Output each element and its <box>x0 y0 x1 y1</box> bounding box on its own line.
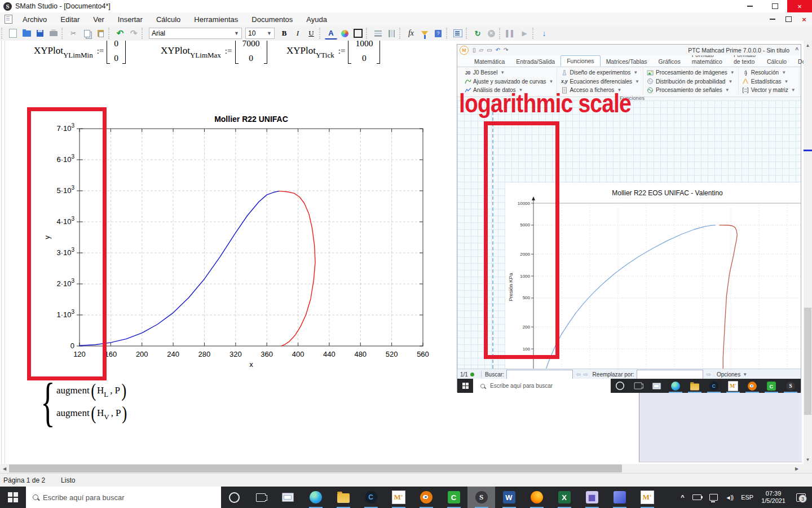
doc-minimize-button[interactable] <box>765 12 780 26</box>
definition-YLimMax[interactable]: XYPlotYLimMax:=70000 <box>161 41 267 65</box>
find-input[interactable] <box>506 370 573 379</box>
taskbar-app-cinema4d[interactable]: C <box>357 487 385 508</box>
maximize-button[interactable] <box>762 0 787 12</box>
replace-input[interactable] <box>637 370 703 379</box>
menu-ver[interactable]: Ver <box>86 14 111 25</box>
font-size-select[interactable]: 10▼ <box>245 28 275 39</box>
mathcad-new-icon[interactable]: ▯ <box>473 47 476 53</box>
ribbon-item-resoluci-n[interactable]: ∶}Resolución▼ <box>742 68 796 77</box>
mathcad-undo-icon[interactable]: ↶ <box>496 47 500 53</box>
network-icon[interactable] <box>709 494 718 501</box>
scroll-right-icon[interactable]: ▶ <box>792 464 801 473</box>
find-prev-icon[interactable]: ⇦ <box>576 371 581 378</box>
mathcad-tab-gr-ficos[interactable]: Gráficos <box>653 56 686 67</box>
save-icon[interactable] <box>34 28 46 39</box>
doc-restore-button[interactable] <box>780 12 796 26</box>
align-horizontal-icon[interactable] <box>372 28 384 39</box>
menu-herramientas[interactable]: Herramientas <box>187 14 245 25</box>
ribbon-item-vector-y-matriz[interactable]: Vector y matriz▼ <box>742 86 796 94</box>
taskbar-search-box[interactable]: Escribe aquí para buscar <box>26 487 221 508</box>
pause-icon[interactable]: ▌▌ <box>505 28 517 39</box>
redo-icon[interactable]: ↷ <box>127 28 140 39</box>
taskbar-app-firefox[interactable] <box>523 487 550 508</box>
print-icon[interactable] <box>47 28 60 39</box>
taskbar-app-camtasia[interactable]: C <box>440 487 467 508</box>
battery-icon[interactable] <box>692 494 701 500</box>
underline-button[interactable]: U <box>305 28 317 39</box>
taskbar-app-excel[interactable]: X <box>550 487 578 508</box>
palette-icon[interactable] <box>338 28 351 39</box>
menu-ayuda[interactable]: Ayuda <box>299 14 334 25</box>
menu-archivo[interactable]: Archivo <box>16 14 54 25</box>
italic-button[interactable]: I <box>292 28 304 39</box>
list-icon[interactable] <box>452 28 464 39</box>
cut-icon[interactable]: ✂ <box>67 28 80 39</box>
menu-cálculo[interactable]: Cálculo <box>149 14 187 25</box>
mathcad-tab-c-lculo[interactable]: Cálculo <box>761 56 792 67</box>
ribbon-item-estad-sticas[interactable]: Estadísticas▼ <box>742 77 796 86</box>
align-vertical-icon[interactable] <box>385 28 398 39</box>
menu-documentos[interactable]: Documentos <box>245 14 299 25</box>
menu-editar[interactable]: Editar <box>54 14 86 25</box>
mathcad-save-icon[interactable]: ▭ <box>487 47 492 53</box>
ribbon-item-procesamiento-de-im-genes[interactable]: Procesamiento de imágenes▼ <box>647 68 735 77</box>
augment-expressions[interactable]: { augment( HL , P) augment( HV , P) <box>35 378 129 426</box>
filter-icon[interactable] <box>418 28 431 39</box>
close-button[interactable]: × <box>787 0 812 12</box>
find-next-icon[interactable]: ⇨ <box>583 371 588 378</box>
taskbar-app-smath[interactable]: S <box>467 487 495 508</box>
definition-YTick[interactable]: XYPlotYTick:=10000 <box>286 41 380 65</box>
new-document-icon[interactable] <box>7 28 19 39</box>
undo-icon[interactable]: ↶ <box>114 28 126 39</box>
document-area[interactable]: XYPlotYLimMin:=00XYPlotYLimMax:=70000XYP… <box>0 41 804 464</box>
vertical-scrollbar[interactable]: ▲ ▼ <box>804 41 812 464</box>
options-menu[interactable]: Opciones <box>717 371 740 378</box>
replace-icon[interactable]: ⇨ <box>707 371 711 378</box>
step-icon[interactable]: ↓ <box>538 28 550 39</box>
ribbon-item-distribuci-n-de-probabilidad[interactable]: Distribución de probabilidad▼ <box>647 77 735 86</box>
horizontal-scrollbar[interactable]: ◀ ▶ <box>0 464 812 473</box>
font-color-button[interactable]: A <box>325 27 337 40</box>
task-view-button[interactable] <box>248 487 274 508</box>
stop-icon[interactable]: ✕ <box>485 28 497 39</box>
mathcad-tab-matem-tica[interactable]: Matemática <box>469 56 510 67</box>
recalculate-icon[interactable]: ↻ <box>471 28 484 39</box>
taskbar-app-file-explorer[interactable] <box>329 487 357 508</box>
scroll-left-icon[interactable]: ◀ <box>0 464 9 473</box>
doc-close-button[interactable]: × <box>796 12 812 26</box>
taskbar-app-fractal[interactable] <box>606 487 633 508</box>
collapse-ribbon-icon[interactable]: ^ <box>795 47 798 53</box>
mathcad-tab-entrada-salida[interactable]: Entrada/Salida <box>510 56 561 67</box>
mathcad-tab-funciones[interactable]: Funciones <box>561 55 600 67</box>
taskbar-app-mathcad-2[interactable]: M' <box>633 487 661 508</box>
taskbar-app-task-manager[interactable] <box>274 487 302 508</box>
font-family-select[interactable]: Arial▼ <box>149 28 242 39</box>
help-book-icon[interactable]: ? <box>432 28 444 39</box>
insert-function-button[interactable]: fx <box>405 28 417 39</box>
tray-chevron-icon[interactable]: ^ <box>681 494 684 501</box>
notification-center-icon[interactable]: 3 <box>793 490 808 505</box>
mathcad-tab-matrices-tablas[interactable]: Matrices/Tablas <box>601 56 653 67</box>
scroll-up-icon[interactable]: ▲ <box>804 41 812 50</box>
taskbar-app-archive[interactable]: ▦ <box>578 487 606 508</box>
horizontal-scroll-thumb[interactable] <box>9 465 622 472</box>
ribbon-item-ajuste-y-suavizado-de-curvas[interactable]: Ajuste y suavizado de curvas▼ <box>464 77 553 86</box>
bold-button[interactable]: B <box>278 28 290 39</box>
volume-icon[interactable]: ◄)) <box>726 494 734 501</box>
ribbon-item-procesamiento-de-se-ales[interactable]: Procesamiento de señales▼ <box>647 86 735 94</box>
clock[interactable]: 07:391/5/2021 <box>761 490 785 505</box>
start-button[interactable] <box>0 487 26 508</box>
scroll-down-icon[interactable]: ▼ <box>804 455 812 464</box>
mathcad-open-icon[interactable]: ▱ <box>479 47 484 53</box>
taskbar-app-edge[interactable] <box>302 487 329 508</box>
copy-icon[interactable] <box>81 28 93 39</box>
border-button[interactable] <box>352 28 364 39</box>
minimize-button[interactable] <box>738 0 762 12</box>
mathcad-redo-icon[interactable]: ↷ <box>504 47 508 53</box>
ribbon-item-j0-bessel[interactable]: J0J0 Bessel▼ <box>464 68 553 77</box>
cortana-button[interactable] <box>221 487 248 508</box>
language-indicator[interactable]: ESP <box>741 494 753 501</box>
mathcad-tab-docum[interactable]: Docum <box>792 56 804 67</box>
open-file-icon[interactable] <box>20 28 33 39</box>
paste-icon[interactable] <box>94 28 107 39</box>
